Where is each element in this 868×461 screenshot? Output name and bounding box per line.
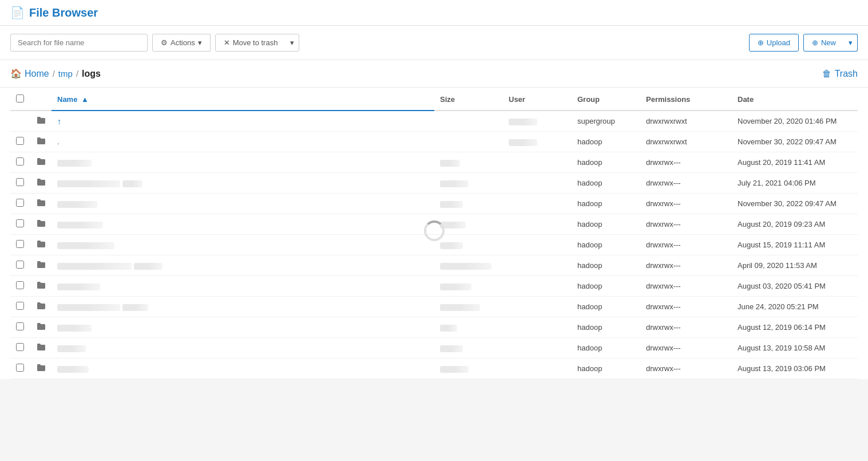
file-name[interactable]: . [51, 132, 434, 152]
file-name[interactable] [51, 194, 434, 214]
row-checkbox[interactable] [16, 364, 24, 372]
file-name[interactable] [51, 173, 434, 194]
col-date-header[interactable]: Date [732, 88, 858, 111]
size-skeleton [440, 283, 471, 290]
row-checkbox[interactable] [16, 240, 24, 248]
file-group: hadoop [572, 152, 640, 173]
new-split-button[interactable]: ▾ [844, 34, 858, 52]
file-group: supergroup [572, 111, 640, 132]
file-name[interactable] [51, 152, 434, 173]
size-skeleton [440, 180, 469, 187]
col-user-header[interactable]: User [503, 88, 572, 111]
file-size [434, 173, 503, 194]
breadcrumb-home-label: Home [25, 69, 49, 79]
file-name[interactable] [51, 235, 434, 255]
table-row[interactable]: hadoopdrwxrwx---August 03, 2020 05:41 PM [10, 276, 858, 297]
chevron-down-icon-split: ▾ [290, 38, 294, 47]
col-name-header[interactable]: Name ▲ [51, 88, 434, 111]
file-group: hadoop [572, 235, 640, 255]
loading-overlay [424, 220, 445, 241]
file-name[interactable] [51, 214, 434, 235]
col-name-label: Name [57, 95, 77, 104]
folder-icon [31, 338, 51, 358]
file-date: August 13, 2019 03:06 PM [732, 358, 858, 379]
file-group: hadoop [572, 338, 640, 358]
row-checkbox[interactable] [16, 137, 24, 145]
file-date: April 09, 2020 11:53 AM [732, 255, 858, 276]
row-checkbox[interactable] [16, 219, 24, 227]
file-group: hadoop [572, 255, 640, 276]
trash-button[interactable]: 🗑 Trash [822, 69, 858, 79]
breadcrumb-tmp[interactable]: tmp [58, 69, 73, 78]
app-icon: 📄 [10, 6, 25, 19]
folder-icon [31, 194, 51, 214]
file-size [434, 358, 503, 379]
actions-button[interactable]: ⚙ Actions ▾ [152, 34, 211, 52]
user-skeleton [509, 139, 537, 146]
table-row[interactable]: hadoopdrwxrwx---August 13, 2019 10:58 AM [10, 338, 858, 358]
table-row[interactable]: hadoopdrwxrwx---August 12, 2019 06:14 PM [10, 317, 858, 338]
file-name[interactable] [51, 297, 434, 317]
actions-button-group: ⚙ Actions ▾ [152, 34, 211, 52]
file-date: August 03, 2020 05:41 PM [732, 276, 858, 297]
table-row[interactable]: ↑supergroupdrwxrwxrwxtNovember 20, 2020 … [10, 111, 858, 132]
row-checkbox[interactable] [16, 157, 24, 166]
name-skeleton [57, 283, 100, 290]
file-name[interactable] [51, 358, 434, 379]
name-skeleton [57, 160, 92, 167]
file-date: August 15, 2019 11:11 AM [732, 235, 858, 255]
file-size [434, 276, 503, 297]
move-to-trash-button[interactable]: ✕ Move to trash [215, 34, 287, 52]
table-row[interactable]: hadoopdrwxrwx---July 21, 2021 04:06 PM [10, 173, 858, 194]
file-permissions: drwxrwx--- [640, 317, 732, 338]
table-row[interactable]: .hadoopdrwxrwxrwxtNovember 30, 2022 09:4… [10, 132, 858, 152]
file-group: hadoop [572, 132, 640, 152]
file-size [434, 338, 503, 358]
file-user [503, 235, 572, 255]
file-name[interactable] [51, 317, 434, 338]
size-skeleton [440, 242, 463, 249]
file-name[interactable] [51, 338, 434, 358]
table-row[interactable]: hadoopdrwxrwx---August 13, 2019 03:06 PM [10, 358, 858, 379]
toolbar-right: ⊕ Upload ⊕ New ▾ [749, 34, 858, 52]
file-name[interactable] [51, 255, 434, 276]
select-all-checkbox[interactable] [16, 94, 24, 103]
file-user [503, 358, 572, 379]
row-checkbox[interactable] [16, 302, 24, 310]
name-skeleton [57, 345, 86, 352]
upload-button[interactable]: ⊕ Upload [749, 34, 799, 52]
row-checkbox[interactable] [16, 343, 24, 351]
table-row[interactable]: hadoopdrwxrwx---November 30, 2022 09:47 … [10, 194, 858, 214]
file-group: hadoop [572, 173, 640, 194]
folder-icon [31, 358, 51, 379]
file-size [434, 235, 503, 255]
row-checkbox[interactable] [16, 261, 24, 269]
file-name[interactable] [51, 276, 434, 297]
row-checkbox[interactable] [16, 199, 24, 207]
col-size-header[interactable]: Size [434, 88, 503, 111]
file-name[interactable]: ↑ [51, 111, 434, 132]
table-row[interactable]: hadoopdrwxrwx---August 20, 2019 11:41 AM [10, 152, 858, 173]
row-checkbox[interactable] [16, 322, 24, 330]
table-header-row: Name ▲ Size User Group Permissions Date [10, 88, 858, 111]
table-row[interactable]: hadoopdrwxrwx---April 09, 2020 11:53 AM [10, 255, 858, 276]
name-skeleton [57, 366, 89, 373]
breadcrumb-current: logs [82, 69, 101, 79]
file-user [503, 194, 572, 214]
size-skeleton [440, 366, 469, 373]
col-group-header[interactable]: Group [572, 88, 640, 111]
row-checkbox[interactable] [16, 281, 24, 289]
col-permissions-header[interactable]: Permissions [640, 88, 732, 111]
folder-icon [31, 255, 51, 276]
name-skeleton-2 [122, 180, 142, 187]
new-button[interactable]: ⊕ New [803, 34, 845, 52]
file-group: hadoop [572, 297, 640, 317]
move-to-trash-split-button[interactable]: ▾ [286, 34, 299, 52]
file-permissions: drwxrwxrwxt [640, 111, 732, 132]
search-input[interactable] [10, 34, 148, 52]
file-date: June 24, 2020 05:21 PM [732, 297, 858, 317]
row-checkbox[interactable] [16, 178, 24, 186]
folder-icon [31, 297, 51, 317]
breadcrumb-home[interactable]: 🏠 Home [10, 68, 49, 79]
table-row[interactable]: hadoopdrwxrwx---June 24, 2020 05:21 PM [10, 297, 858, 317]
